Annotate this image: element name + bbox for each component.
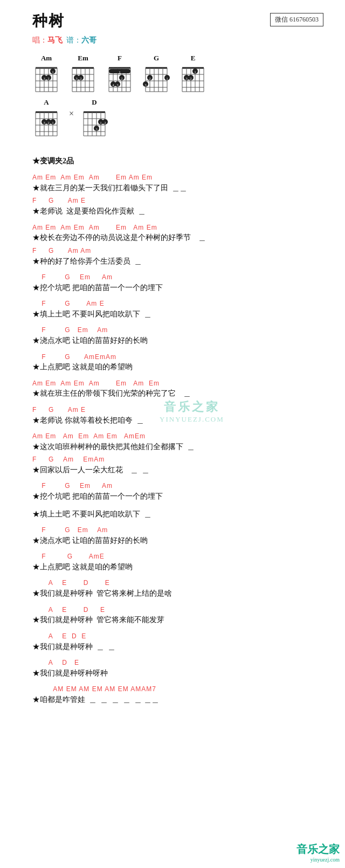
chord-line-14: F G Em Am (32, 526, 323, 535)
chord-d: D 1 2 3 (80, 98, 108, 138)
chord-line-18: A E D E (32, 632, 323, 641)
svg-text:3: 3 (144, 83, 147, 87)
line-group-2: Am Em Am Em Am Em Am Em★校长在旁边不停的动员说这是个种树… (32, 223, 323, 244)
svg-text:2: 2 (190, 77, 192, 81)
chord-em: Em 2 3 (69, 54, 97, 94)
wechat-box: 微信 616760503 (270, 13, 323, 26)
line-group-15: F G AmE★上点肥吧 这就是咱的希望哟 (32, 552, 323, 576)
chord-line-2: Am Em Am Em Am Em Am Em (32, 223, 323, 232)
svg-text:2: 2 (47, 121, 50, 125)
lines-container: Am Em Am Em Am Em Am Em★就在三月的某一天我们扛着锄头下了… (32, 173, 323, 706)
chord-line-11: F G Am EmAm (32, 455, 323, 464)
lyric-line-20: ★咱都是咋管娃 ＿ ＿ ＿ ＿ ＿ ＿＿ (32, 694, 323, 706)
svg-text:3: 3 (116, 83, 119, 87)
chord-line-8: Am Em Am Em Am Em Am Em (32, 379, 323, 388)
lyric-line-5: ★填上土吧 不要叫风把咱吹趴下 ＿ (32, 308, 323, 320)
chord-row-1: Am 1 2 (32, 54, 323, 94)
arranger-name: 六哥 (81, 36, 96, 44)
svg-text:2: 2 (104, 121, 106, 125)
svg-text:1: 1 (194, 70, 196, 74)
line-group-0: Am Em Am Em Am Em Am Em★就在三月的某一天我们扛着锄头下了… (32, 173, 323, 194)
line-group-18: A E D E★我们就是种呀种 ＿ ＿ (32, 632, 323, 656)
lyric-line-9: ★老师说 你就等着校长把咱夸 ＿ (32, 415, 323, 426)
svg-text:2: 2 (80, 77, 82, 81)
lyric-line-6: ★浇点水吧 让咱的苗苗好好的长哟 (32, 335, 323, 347)
chord-line-17: A E D E (32, 605, 323, 615)
lyric-line-2: ★校长在旁边不停的动员说这是个种树的好季节 ＿ (32, 232, 323, 244)
lyric-line-17: ★我们就是种呀种 管它将来能不能发芽 (32, 614, 323, 626)
line-group-14: F G Em Am★浇点水吧 让咱的苗苗好好的长哟 (32, 526, 323, 550)
chord-line-12: F G Em Am (32, 481, 323, 491)
lyric-line-19: ★我们就是种呀种呀种 (32, 667, 323, 679)
chord-e: E 1 2 3 (179, 54, 207, 94)
lyric-line-3: ★种的好了给你弄个生活委员 ＿ (32, 256, 323, 267)
svg-text:3: 3 (75, 77, 78, 81)
lyric-line-13: ★填上土吧 不要叫风把咱吹趴下 ＿ (32, 508, 323, 520)
chord-g: G 1 2 3 (142, 54, 170, 94)
lyric-line-11: ★回家以后一人一朵大红花 ＿ ＿ (32, 464, 323, 476)
header: 种树 微信 616760503 (32, 11, 323, 31)
svg-text:1: 1 (52, 121, 54, 125)
footer-logo: 音乐之家 yinyuezj.com (296, 842, 340, 863)
lyric-line-7: ★上点肥吧 这就是咱的希望哟 (32, 361, 323, 373)
lyric-line-14: ★浇点水吧 让咱的苗苗好好的长哟 (32, 535, 323, 547)
svg-text:2: 2 (121, 77, 123, 81)
line-group-19: A D E★我们就是种呀种呀种 (32, 658, 323, 683)
svg-text:3: 3 (185, 77, 188, 81)
chord-line-3: F G Am Am (32, 246, 323, 256)
chord-line-19: A D E (32, 658, 323, 667)
chord-f: F 1 2 3 4 (106, 54, 134, 94)
chord-line-4: F G Em Am (32, 273, 323, 282)
line-group-7: F G AmEmAm★上点肥吧 这就是咱的希望哟 (32, 353, 323, 377)
line-group-8: Am Em Am Em Am Em Am Em★就在班主任的带领下我们光荣的种完… (32, 379, 323, 403)
line-group-1: F G Am E★老师说 这是要给四化作贡献 ＿ (32, 196, 323, 221)
chord-line-7: F G AmEmAm (32, 353, 323, 362)
line-group-9: F G Am E★老师说 你就等着校长把咱夸 ＿ (32, 405, 323, 430)
page: 种树 微信 616760503 唱：马飞 谱：六哥 Am (0, 0, 345, 729)
song-content: ★变调夹2品 Am Em Am Em Am Em Am Em★就在三月的某一天我… (32, 154, 323, 706)
lyric-line-12: ★挖个坑吧 把咱的苗苗一个一个的埋下 (32, 491, 323, 502)
lyric-line-4: ★挖个坑吧 把咱的苗苗一个一个的埋下 (32, 282, 323, 294)
line-group-11: F G Am EmAm★回家以后一人一朵大红花 ＿ ＿ (32, 455, 323, 479)
line-group-20: AM EM AM EM AM EM AMAM7★咱都是咋管娃 ＿ ＿ ＿ ＿ ＿… (32, 685, 323, 706)
line-group-17: A E D E★我们就是种呀种 管它将来能不能发芽 (32, 605, 323, 630)
svg-text:2: 2 (47, 77, 50, 81)
subtitle: 唱：马飞 谱：六哥 (32, 36, 323, 45)
svg-text:3: 3 (43, 121, 45, 125)
page-title: 种树 (32, 11, 65, 31)
svg-text:2: 2 (149, 77, 151, 81)
mute-marker: × (69, 98, 74, 119)
svg-text:3: 3 (95, 127, 98, 132)
svg-text:1: 1 (100, 121, 102, 125)
lyric-line-18: ★我们就是种呀种 ＿ ＿ (32, 641, 323, 653)
line-group-12: F G Em Am★挖个坑吧 把咱的苗苗一个一个的埋下 (32, 481, 323, 506)
capo-note: ★变调夹2品 (32, 154, 323, 168)
chord-line-5: F G Am E (32, 299, 323, 308)
chord-line-9: F G Am E (32, 405, 323, 415)
chord-line-15: F G AmE (32, 552, 323, 561)
singer-label: 唱： (32, 36, 47, 44)
lyric-line-15: ★上点肥吧 这就是咱的希望哟 (32, 561, 323, 573)
svg-text:1: 1 (166, 77, 168, 81)
chord-a: A 1 2 3 (32, 98, 60, 138)
line-group-10: Am Em Am Em Am Em AmEm★这次咱班种树种的最快把其他娃们全都… (32, 432, 323, 453)
singer-name: 马飞 (47, 36, 63, 44)
svg-text:4: 4 (112, 83, 114, 87)
chord-row-2: A 1 2 3 × (32, 98, 323, 138)
lyric-line-16: ★我们就是种呀种 管它将来树上结的是啥 (32, 588, 323, 600)
chord-line-20: AM EM AM EM AM EM AMAM7 (32, 685, 323, 694)
line-group-13: ★填上土吧 不要叫风把咱吹趴下 ＿ (32, 508, 323, 523)
lyric-line-1: ★老师说 这是要给四化作贡献 ＿ (32, 205, 323, 217)
line-group-5: F G Am E★填上土吧 不要叫风把咱吹趴下 ＿ (32, 299, 323, 323)
svg-text:1: 1 (52, 70, 54, 74)
lyric-line-0: ★就在三月的某一天我们扛着锄头下了田 ＿＿ (32, 182, 323, 194)
chord-line-10: Am Em Am Em Am Em AmEm (32, 432, 323, 441)
lyric-line-8: ★就在班主任的带领下我们光荣的种完了它 ＿ (32, 388, 323, 399)
svg-text:1: 1 (119, 70, 121, 74)
line-group-16: A E D E★我们就是种呀种 管它将来树上结的是啥 (32, 578, 323, 603)
line-group-6: F G Em Am★浇点水吧 让咱的苗苗好好的长哟 (32, 326, 323, 350)
chord-am: Am 1 2 (32, 54, 60, 94)
lyric-line-10: ★这次咱班种树种的最快把其他娃们全都撂下 ＿ (32, 441, 323, 453)
chord-line-1: F G Am E (32, 196, 323, 205)
svg-text:3: 3 (43, 77, 45, 81)
